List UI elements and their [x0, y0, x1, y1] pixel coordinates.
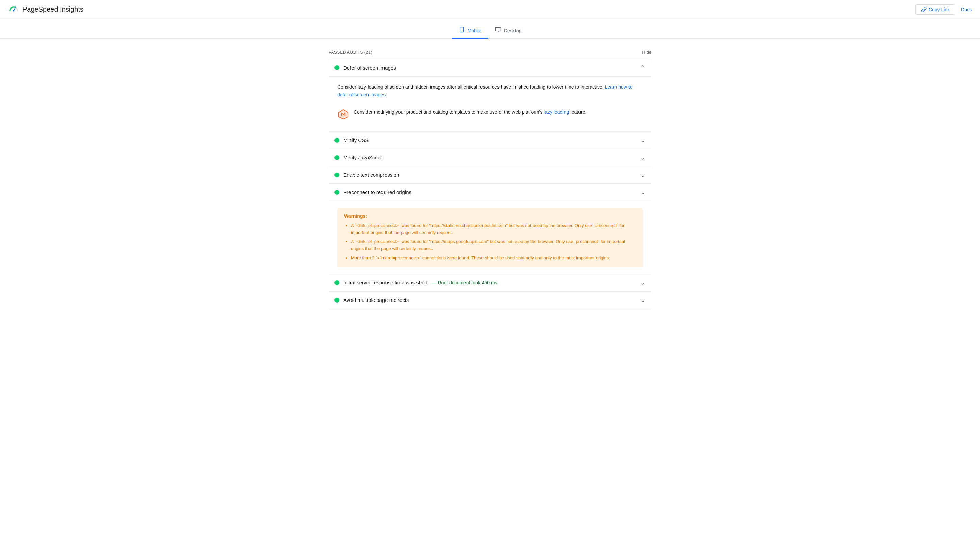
main-content: PASSED AUDITS (21) Hide Defer offscreen … [323, 39, 657, 317]
status-dot-green [334, 298, 339, 303]
chevron-down-icon: ⌄ [640, 279, 646, 287]
audit-description-defer-offscreen: Consider lazy-loading offscreen and hidd… [337, 83, 643, 99]
audit-header-server-response[interactable]: Initial server response time was short —… [329, 274, 651, 291]
warnings-box: Warnings: A `<link rel=preconnect>` was … [337, 208, 643, 267]
audit-title-minify-js: Minify JavaScript [343, 155, 382, 160]
plugin-notice-magento: Consider modifying your product and cata… [337, 104, 643, 124]
audit-header-minify-js[interactable]: Minify JavaScript ⌄ [329, 149, 651, 166]
audit-list: Defer offscreen images ⌃ Consider lazy-l… [329, 59, 651, 309]
hide-button[interactable]: Hide [642, 50, 651, 55]
pagespeed-logo-icon [8, 4, 19, 15]
tab-desktop[interactable]: Desktop [488, 23, 528, 39]
status-dot-green [334, 190, 339, 194]
audit-left: Avoid multiple page redirects [334, 297, 409, 303]
warnings-title: Warnings: [344, 214, 636, 219]
magento-icon [337, 108, 350, 121]
audit-left: Defer offscreen images [334, 65, 396, 71]
audit-item-preconnect: Preconnect to required origins ⌄ Warning… [329, 184, 651, 274]
chevron-up-icon: ⌃ [640, 64, 646, 72]
audit-left: Preconnect to required origins [334, 189, 411, 195]
audit-header-text-compression[interactable]: Enable text compression ⌄ [329, 166, 651, 183]
audit-item-avoid-redirects: Avoid multiple page redirects ⌄ [329, 292, 651, 309]
list-item: A `<link rel=preconnect>` was found for … [351, 238, 636, 252]
audit-header-minify-css[interactable]: Minify CSS ⌄ [329, 132, 651, 149]
desktop-tab-icon [495, 27, 501, 34]
mobile-tab-icon [459, 27, 465, 34]
svg-rect-4 [495, 27, 501, 31]
list-item: More than 2 `<link rel=preconnect>` conn… [351, 255, 636, 262]
audit-left: Initial server response time was short —… [334, 280, 498, 285]
status-dot-green [334, 155, 339, 160]
status-dot-green [334, 138, 339, 143]
audit-left: Minify CSS [334, 137, 369, 143]
status-dot-green [334, 280, 339, 285]
audit-item-text-compression: Enable text compression ⌄ [329, 166, 651, 184]
chevron-down-icon: ⌄ [640, 296, 646, 304]
plugin-text-magento: Consider modifying your product and cata… [353, 108, 586, 116]
server-response-timing: — Root document took 450 ms [432, 280, 498, 285]
app-title: PageSpeed Insights [22, 5, 83, 13]
header-left: PageSpeed Insights [8, 4, 83, 15]
audit-title-defer-offscreen: Defer offscreen images [343, 65, 396, 71]
audit-left: Enable text compression [334, 172, 399, 178]
audit-title-text-compression: Enable text compression [343, 172, 399, 178]
link-icon [921, 7, 927, 12]
audit-header-defer-offscreen[interactable]: Defer offscreen images ⌃ [329, 59, 651, 76]
audit-title-server-response: Initial server response time was short [343, 280, 428, 285]
audit-header-avoid-redirects[interactable]: Avoid multiple page redirects ⌄ [329, 292, 651, 309]
passed-audits-title: PASSED AUDITS (21) [329, 50, 372, 55]
chevron-down-icon: ⌄ [640, 137, 646, 144]
audit-content-preconnect: Warnings: A `<link rel=preconnect>` was … [329, 201, 651, 274]
audit-title-minify-css: Minify CSS [343, 137, 369, 143]
status-dot-green [334, 172, 339, 177]
tabs-container: Mobile Desktop [0, 19, 980, 39]
audit-item-minify-js: Minify JavaScript ⌄ [329, 149, 651, 166]
chevron-down-icon: ⌄ [640, 154, 646, 161]
mobile-tab-label: Mobile [468, 28, 482, 33]
audit-item-server-response: Initial server response time was short —… [329, 274, 651, 292]
copy-link-button[interactable]: Copy Link [915, 5, 956, 14]
warnings-list: A `<link rel=preconnect>` was found for … [344, 222, 636, 262]
svg-point-1 [13, 10, 14, 11]
chevron-down-icon: ⌄ [640, 188, 646, 196]
audit-item-minify-css: Minify CSS ⌄ [329, 132, 651, 149]
header-right: Copy Link Docs [915, 5, 972, 14]
audit-item-defer-offscreen: Defer offscreen images ⌃ Consider lazy-l… [329, 59, 651, 132]
docs-link[interactable]: Docs [961, 7, 972, 12]
status-dot-green [334, 65, 339, 70]
passed-audits-section-header: PASSED AUDITS (21) Hide [329, 47, 651, 59]
app-header: PageSpeed Insights Copy Link Docs [0, 0, 980, 19]
desktop-tab-label: Desktop [504, 28, 521, 33]
list-item: A `<link rel=preconnect>` was found for … [351, 222, 636, 236]
tab-mobile[interactable]: Mobile [452, 23, 488, 39]
lazy-loading-link[interactable]: lazy loading [544, 109, 569, 115]
audit-header-preconnect[interactable]: Preconnect to required origins ⌄ [329, 184, 651, 201]
audit-title-avoid-redirects: Avoid multiple page redirects [343, 297, 409, 303]
audit-left: Minify JavaScript [334, 155, 382, 160]
chevron-down-icon: ⌄ [640, 171, 646, 178]
audit-title-preconnect: Preconnect to required origins [343, 189, 411, 195]
audit-content-defer-offscreen: Consider lazy-loading offscreen and hidd… [329, 76, 651, 131]
